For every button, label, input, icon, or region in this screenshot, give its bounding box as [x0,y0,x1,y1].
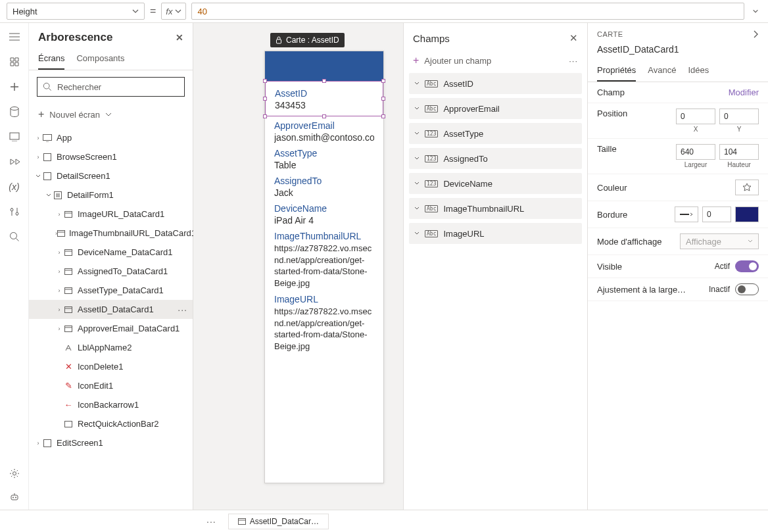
tree-item-iconback[interactable]: ← IconBackarrow1 [29,395,193,414]
tree-item-detailform[interactable]: DetailForm1 [29,185,193,205]
tree-item-editscreen[interactable]: › EditScreen1 [29,433,193,452]
search-placeholder: Rechercher [57,82,101,92]
position-y-input[interactable]: 0 [719,109,759,124]
fit-toggle[interactable] [735,283,759,295]
tree-item-lblapp[interactable]: LblAppName2 [29,338,193,357]
field-item-device[interactable]: 123DeviceName [409,173,582,194]
field-item-thumb[interactable]: AbcImageThumbnailURL [409,198,582,219]
tree-title: Arborescence [38,31,112,44]
tree-item-card-device[interactable]: › DeviceName_DataCard1 [29,243,193,262]
tree-close-button[interactable]: ✕ [176,32,183,43]
tree-item-iconedit[interactable]: ✎ IconEdit1 [29,376,193,395]
insert-icon[interactable] [9,81,20,93]
field-item-imageurl[interactable]: AbcImageURL [409,223,582,244]
card-device[interactable]: DeviceName iPad Air 4 [265,199,383,227]
field-item-assettype[interactable]: 123AssetType [409,123,582,144]
phone-preview: Carte : AssetID AssetID 343453 ApproverE… [264,51,384,483]
formula-expand-button[interactable] [750,8,761,14]
fields-more-button[interactable]: ··· [569,56,578,66]
tree-item-more-button[interactable]: ··· [178,304,187,315]
tree-item-browsescreen[interactable]: › BrowseScreen1 [29,147,193,166]
position-x-input[interactable]: 0 [676,109,715,124]
tree-item-card-thumb[interactable]: › ImageThumbnailURL_DataCard1 [29,224,193,243]
border-color-button[interactable] [735,206,759,222]
svg-rect-10 [43,134,52,140]
fx-button[interactable]: fx [161,3,186,20]
prop-fit-label: Ajustement à la large… [597,285,686,295]
flows-icon[interactable] [9,156,20,168]
tree-item-card-approver[interactable]: › ApproverEmail_DataCard1 [29,319,193,338]
svg-point-4 [10,233,16,239]
canvas[interactable]: Carte : AssetID AssetID 343453 ApproverE… [193,23,403,510]
search-icon[interactable] [9,231,20,243]
formula-bar: Height = fx 40 [0,0,768,23]
hamburger-icon[interactable] [9,31,20,43]
tab-advanced[interactable]: Avancé [648,60,676,82]
lock-icon [276,36,282,44]
tree-item-card-assetid[interactable]: › AssetID_DataCard1 ··· [29,300,193,319]
search-icon [43,82,52,91]
svg-point-2 [11,208,13,211]
tree-item-card-assigned[interactable]: › AssignedTo_DataCard1 [29,262,193,281]
card-imageurl[interactable]: ImageURL https://az787822.vo.msecnd.net/… [265,290,383,353]
settings-icon[interactable] [9,468,20,479]
color-picker-button[interactable] [735,180,759,195]
prop-size-label: Taille [597,144,617,154]
tab-screens[interactable]: Écrans [38,48,64,70]
properties-head-label: CARTE [597,30,623,38]
search-input[interactable]: Rechercher [37,77,185,97]
tree-item-card-imageurl[interactable]: › ImageURL_DataCard1 [29,205,193,224]
svg-rect-18 [65,287,72,293]
svg-point-9 [43,83,49,89]
tree-tabs: Écrans Composants [29,48,193,70]
height-input[interactable]: 104 [719,144,759,160]
field-item-assetid[interactable]: AbcAssetID [409,73,582,94]
variables-icon[interactable]: (x) [9,181,20,193]
prop-mode-label: Mode d'affichage [597,237,661,247]
card-assettype[interactable]: AssetType Table [265,144,383,172]
tab-properties[interactable]: Propriétés [597,60,636,82]
tree-item-icondelete[interactable]: ✕ IconDelete1 [29,357,193,376]
field-item-approver[interactable]: AbcApproverEmail [409,98,582,119]
media-icon[interactable] [9,131,20,143]
card-assigned[interactable]: AssignedTo Jack [265,172,383,199]
new-screen-label: Nouvel écran [49,110,100,120]
svg-rect-14 [65,211,72,217]
tree-item-card-assettype[interactable]: › AssetType_DataCard1 [29,281,193,300]
card-assetid[interactable]: AssetID 343453 [265,81,383,116]
bottom-more-button[interactable]: ··· [201,516,222,527]
card-thumb[interactable]: ImageThumbnailURL https://az787822.vo.ms… [265,227,383,290]
tree-item-app[interactable]: › App [29,128,193,147]
display-mode-select[interactable]: Affichage [680,233,759,249]
card-approver[interactable]: ApproverEmail jason.smith@contoso.com [265,116,383,144]
formula-input[interactable]: 40 [191,3,744,20]
border-style-select[interactable] [675,206,698,222]
width-input[interactable]: 640 [676,144,715,160]
svg-rect-15 [58,230,65,236]
property-selector[interactable]: Height [7,3,145,20]
data-icon[interactable] [9,106,20,118]
border-width-input[interactable]: 0 [702,206,731,222]
fields-panel-close[interactable]: ✕ [569,32,578,44]
properties-expand-button[interactable] [752,30,759,39]
tree-item-rect[interactable]: RectQuickActionBar2 [29,414,193,433]
prop-color-label: Couleur [597,183,627,193]
tab-components[interactable]: Composants [76,48,124,70]
visible-toggle[interactable] [735,260,759,272]
advanced-tools-icon[interactable] [9,206,20,218]
tree-view-icon[interactable] [9,56,20,68]
edit-fields-link[interactable]: Modifier [729,87,759,97]
svg-rect-23 [277,39,281,43]
tree-item-detailscreen[interactable]: DetailScreen1 [29,166,193,185]
new-screen-button[interactable]: + Nouvel écran [37,106,185,123]
bottom-tab-assetid[interactable]: AssetID_DataCar… [228,514,329,529]
phone-header [265,51,383,81]
field-item-assigned[interactable]: 123AssignedTo [409,148,582,169]
tab-ideas[interactable]: Idées [688,60,709,82]
svg-rect-21 [65,421,72,427]
fx-label: fx [166,7,172,16]
virtual-agent-icon[interactable] [9,491,20,503]
fields-panel: Champs ✕ + Ajouter un champ ··· AbcAsset… [403,23,587,510]
add-field-button[interactable]: + Ajouter un champ ··· [404,51,587,70]
prop-position-label: Position [597,109,627,118]
